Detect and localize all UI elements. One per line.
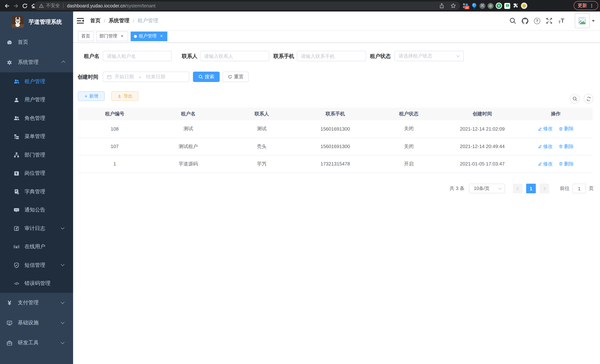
record-extension-icon[interactable]: [488, 3, 494, 9]
help-icon[interactable]: ?: [534, 18, 540, 24]
top-navbar: 首页 / 系统管理 / 租户管理 ?: [73, 11, 600, 30]
sidebar-item-infra[interactable]: 基础设施: [0, 313, 73, 333]
hide-search-button[interactable]: [570, 94, 580, 103]
users-icon: [14, 116, 19, 121]
tab-tenant[interactable]: 租户管理 ×: [131, 31, 167, 41]
breadcrumb-system[interactable]: 系统管理: [109, 18, 130, 24]
sidebar-item-home[interactable]: 首页: [0, 32, 73, 52]
grid-extension-icon[interactable]: 10: [462, 3, 469, 9]
sidebar-item-dev-tools[interactable]: 研发工具: [0, 333, 73, 353]
status-select[interactable]: 请选择租户状态: [394, 51, 464, 61]
sidebar-item-error-code[interactable]: </> 错误码管理: [0, 274, 73, 293]
tags-view: 首页 部门管理 × 租户管理 ×: [73, 30, 600, 43]
prev-page-button[interactable]: [513, 184, 523, 193]
puzzle-extensions-icon[interactable]: [512, 3, 519, 9]
sidebar-item-system[interactable]: 系统管理: [0, 52, 73, 72]
sidebar-item-dept[interactable]: 部门管理: [0, 146, 73, 164]
sidebar-item-dict[interactable]: 字典管理: [0, 183, 73, 201]
chevron-down-icon: [61, 226, 65, 230]
back-arrow-icon[interactable]: [4, 3, 10, 9]
sidebar-item-tenant[interactable]: 租户管理: [0, 72, 73, 91]
edit-button[interactable]: 修改: [538, 143, 553, 150]
page-size-select[interactable]: 10条/页: [469, 184, 505, 193]
chevron-up-icon: [62, 60, 65, 64]
browser-toolbar: 不安全 dashboard.yudao.iocoder.cn/system/te…: [0, 0, 600, 11]
delete-button[interactable]: 删除: [559, 126, 574, 132]
reset-button[interactable]: 重置: [223, 72, 249, 82]
security-label[interactable]: 不安全: [46, 3, 60, 9]
tab-dept[interactable]: 部门管理 ×: [96, 31, 128, 41]
trash-icon: [559, 144, 563, 149]
forward-arrow-icon[interactable]: [13, 3, 19, 9]
fullscreen-icon[interactable]: [546, 18, 553, 24]
main-panel: 首页 / 系统管理 / 租户管理 ?: [73, 11, 600, 364]
delete-button[interactable]: 删除: [559, 160, 574, 167]
sidebar-toggle-icon[interactable]: [77, 18, 84, 24]
next-page-button[interactable]: [540, 184, 549, 193]
address-bar[interactable]: 不安全 dashboard.yudao.iocoder.cn/system/te…: [34, 1, 460, 10]
sidebar-item-post[interactable]: 岗位管理: [0, 164, 73, 183]
sidebar-item-audit-log[interactable]: 审计日志: [0, 219, 73, 238]
chevron-down-icon: [61, 300, 65, 304]
page-number-current[interactable]: 1: [526, 184, 536, 193]
sidebar-item-role[interactable]: 角色管理: [0, 109, 73, 127]
tab-home[interactable]: 首页: [78, 31, 94, 41]
github-icon[interactable]: [522, 18, 528, 24]
sidebar-item-label: 岗位管理: [25, 170, 45, 177]
navbar-tools: ? TT: [509, 13, 600, 28]
insecure-warning-icon: [38, 3, 44, 8]
col-actions: 操作: [519, 108, 593, 120]
sidebar-item-notice[interactable]: 通知公告: [0, 201, 73, 219]
balloon-extension-icon[interactable]: [471, 3, 477, 9]
export-button[interactable]: 导出: [111, 91, 138, 101]
caret-down-icon[interactable]: [592, 20, 595, 22]
mobile-input[interactable]: [297, 51, 366, 61]
sidebar-item-menu[interactable]: 菜单管理: [0, 127, 73, 146]
chat-extension-icon[interactable]: [504, 3, 510, 9]
extension-row: 10 ⌘ Y: [462, 0, 527, 11]
edit-button[interactable]: 修改: [538, 126, 553, 132]
breadcrumb-current: 租户管理: [138, 18, 159, 24]
command-extension-icon[interactable]: ⌘: [479, 3, 485, 9]
avatar[interactable]: [575, 13, 590, 28]
breadcrumb-home[interactable]: 首页: [90, 18, 101, 24]
sidebar-item-payment[interactable]: ¥ 支付管理: [0, 293, 73, 313]
search-icon[interactable]: [509, 18, 516, 24]
col-status: 租户状态: [372, 108, 445, 120]
date-range-input[interactable]: 开始日期 - 结束日期: [103, 72, 189, 82]
sidebar-item-user[interactable]: 用户管理: [0, 91, 73, 109]
create-time-label: 创建时间: [77, 72, 98, 82]
close-icon[interactable]: ×: [120, 34, 125, 39]
emoji-profile-icon[interactable]: [521, 3, 527, 9]
sidebar-logo[interactable]: 芋道管理系统: [0, 11, 73, 32]
reload-icon[interactable]: [21, 3, 28, 9]
y-green-extension-icon[interactable]: Y: [496, 3, 502, 9]
sidebar-item-online-users[interactable]: 在线用户: [0, 238, 73, 256]
share-icon[interactable]: [439, 3, 445, 9]
delete-button[interactable]: 删除: [559, 143, 574, 150]
sidebar-item-label: 字典管理: [25, 188, 45, 195]
gear-icon: [7, 60, 12, 65]
table-row: 107 测试租户 秃头 15601691300 关闭 2021-12-14 20…: [78, 138, 593, 155]
edit-pencil-icon: [538, 162, 542, 166]
logo-rabbit-image: [12, 16, 24, 28]
more-vertical-icon[interactable]: ⋮: [589, 3, 594, 8]
add-button[interactable]: + 新增: [78, 91, 105, 101]
badge-icon: [14, 171, 19, 176]
tenant-name-input[interactable]: [103, 51, 172, 61]
goto-page-input[interactable]: [572, 184, 586, 193]
refresh-table-button[interactable]: [584, 94, 593, 103]
close-icon[interactable]: ×: [159, 34, 164, 39]
contact-label: 联系人: [180, 51, 197, 61]
edit-button[interactable]: 修改: [538, 160, 553, 167]
search-button[interactable]: 搜索: [193, 72, 220, 82]
trash-icon: [559, 162, 563, 166]
broadcast-icon: [14, 244, 19, 250]
contact-input[interactable]: [200, 51, 269, 61]
browser-update-button[interactable]: 更新 ⋮: [574, 1, 598, 10]
bookmark-star-icon[interactable]: [450, 3, 456, 9]
font-size-icon[interactable]: TT: [558, 18, 565, 24]
sidebar-item-sms[interactable]: 短信管理: [0, 256, 73, 274]
col-tenant-name: 租户名: [151, 108, 225, 120]
calendar-icon: [107, 75, 112, 79]
